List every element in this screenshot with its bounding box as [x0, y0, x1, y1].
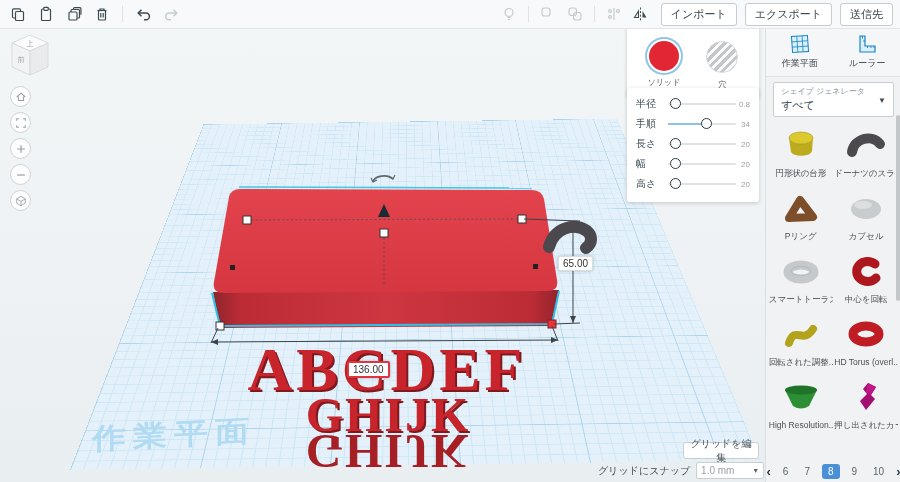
ruler-tool-label: ルーラー: [849, 57, 885, 70]
gray-torus-icon: [777, 254, 825, 290]
ungroup-icon[interactable]: [563, 3, 587, 25]
ruler-icon: [855, 33, 879, 55]
length-slider[interactable]: [668, 143, 736, 145]
edit-grid-button[interactable]: グリッドを編集: [683, 442, 759, 459]
duplicate-icon[interactable]: [62, 3, 86, 25]
scrollbar[interactable]: [896, 115, 900, 301]
import-button[interactable]: インポート: [661, 3, 737, 26]
scale-handle[interactable]: [243, 216, 251, 224]
page-7[interactable]: 7: [800, 465, 814, 478]
slider-knob[interactable]: [670, 178, 681, 189]
slider-label: 幅: [636, 157, 668, 171]
shape-label: スマートトーラス2: [769, 294, 833, 306]
copy-icon[interactable]: [6, 3, 30, 25]
slider-row-steps: 手順 34: [627, 114, 759, 134]
slider-value: 0.8: [739, 100, 750, 109]
shape-item-extruded-curve[interactable]: 押し出されたカー...: [834, 380, 900, 432]
green-bowl-icon: [777, 380, 825, 416]
page-9[interactable]: 9: [848, 465, 862, 478]
toolbar-divider: [122, 6, 123, 22]
shape-label: HD Torus (overl...: [834, 357, 898, 367]
next-page-icon[interactable]: ›: [896, 464, 900, 479]
delete-icon[interactable]: [90, 3, 114, 25]
edge-handle[interactable]: [533, 264, 538, 269]
fit-view-button[interactable]: [10, 112, 31, 133]
slider-row-length: 長さ 20: [627, 134, 759, 154]
shape-item-capsule[interactable]: カプセル: [834, 191, 900, 243]
zoom-in-button[interactable]: [10, 138, 31, 159]
shape-grid: 円形状の台形 ドーナツのスライス Pリング カプセル: [766, 122, 900, 432]
hole-pattern-circle[interactable]: [706, 41, 738, 73]
light-bulb-icon[interactable]: [497, 3, 521, 25]
shape-item-cylinder-trapezoid[interactable]: 円形状の台形: [768, 128, 834, 180]
page-8-active[interactable]: 8: [822, 464, 840, 479]
workplane-grid-icon: [788, 33, 812, 55]
slider-knob[interactable]: [670, 158, 681, 169]
slider-knob[interactable]: [670, 138, 681, 149]
app: { "toolbar": { "import": "インポート", "expor…: [0, 0, 900, 482]
text-ghijk[interactable]: GHIJK: [306, 388, 471, 441]
slider-row-height: 高さ 20: [627, 174, 759, 194]
group-icon[interactable]: [536, 3, 560, 25]
solid-color-circle[interactable]: [649, 41, 679, 71]
solid-swatch[interactable]: ソリッド: [648, 41, 681, 90]
shape-item-hd-torus[interactable]: HD Torus (overl...: [834, 317, 900, 369]
ruler-tool[interactable]: ルーラー: [834, 33, 900, 70]
selection-outline-back: [239, 187, 532, 188]
hole-swatch[interactable]: 穴: [706, 41, 738, 90]
perspective-toggle-button[interactable]: [10, 190, 31, 211]
shape-item-rotate-center[interactable]: 中心を回転: [834, 254, 900, 306]
export-button[interactable]: エクスポート: [745, 3, 832, 26]
slider-label: 半径: [636, 97, 668, 111]
shape-label: 円形状の台形: [775, 168, 826, 180]
workplane-tool[interactable]: 作業平面: [766, 33, 834, 70]
shape-item-smart-torus[interactable]: スマートトーラス2: [768, 254, 834, 306]
slider-label: 手順: [636, 117, 668, 131]
slider-knob[interactable]: [701, 118, 712, 129]
scale-handle[interactable]: [380, 229, 388, 237]
generator-label: シェイプ ジェネレータ: [781, 86, 886, 97]
edge-handle[interactable]: [230, 265, 235, 270]
height-dimension-label[interactable]: 65.00: [558, 256, 593, 271]
redo-icon[interactable]: [159, 3, 183, 25]
height-slider[interactable]: [668, 183, 736, 185]
width-slider[interactable]: [668, 163, 736, 165]
shape-generator-dropdown[interactable]: シェイプ ジェネレータ すべて ▼: [773, 82, 894, 117]
width-dimension-input[interactable]: 136.00: [347, 361, 390, 378]
page-10[interactable]: 10: [869, 465, 888, 478]
shape-item-donut-slice[interactable]: ドーナツのスライス: [834, 128, 900, 180]
shape-item-high-resolution[interactable]: High Resolution...: [768, 380, 834, 432]
slider-value: 20: [741, 160, 750, 169]
sidebar-tools: 作業平面 ルーラー: [766, 28, 900, 77]
slider-value: 20: [741, 180, 750, 189]
steps-slider[interactable]: [668, 123, 736, 125]
red-c-shape-icon: [842, 254, 890, 290]
red-torus-icon: [842, 317, 890, 353]
slider-row-radius: 半径 0.8: [627, 94, 759, 114]
top-toolbar: インポート エクスポート 送信先: [0, 0, 900, 29]
paste-icon[interactable]: [34, 3, 58, 25]
view-cube[interactable]: 上 前: [8, 33, 52, 87]
shape-parameters-panel: 半径 0.8 手順 34 長さ 20 幅 20 高さ 20: [627, 88, 759, 202]
text-shapes[interactable]: ABCDEF ABCDEF GHIJK GHIJK GHIJK: [248, 335, 529, 478]
snap-grid-select[interactable]: 1.0 mm ▼: [696, 462, 764, 479]
chevron-down-icon: ▼: [752, 467, 759, 474]
page-6[interactable]: 6: [779, 465, 793, 478]
rotate-handle[interactable]: [371, 175, 395, 182]
flip-mirror-icon[interactable]: [629, 3, 653, 25]
snap-controls: グリッドにスナップ 1.0 mm ▼: [598, 462, 764, 479]
shape-item-p-ring[interactable]: Pリング: [768, 191, 834, 243]
view-cube-front-label: 前: [18, 56, 25, 63]
slider-knob[interactable]: [670, 98, 681, 109]
zoom-out-button[interactable]: [10, 164, 31, 185]
radius-slider[interactable]: [668, 103, 736, 105]
chevron-down-icon: ▼: [878, 96, 886, 105]
undo-icon[interactable]: [131, 3, 155, 25]
send-to-button[interactable]: 送信先: [840, 3, 893, 26]
home-view-button[interactable]: [10, 86, 31, 107]
align-icon[interactable]: [602, 3, 626, 25]
donut-slice-shape[interactable]: [549, 227, 591, 248]
prev-page-icon[interactable]: ‹: [766, 464, 770, 479]
shape-item-rotated-adjust[interactable]: 回転された調整...: [768, 317, 834, 369]
brown-triangle-ring-icon: [777, 191, 825, 227]
